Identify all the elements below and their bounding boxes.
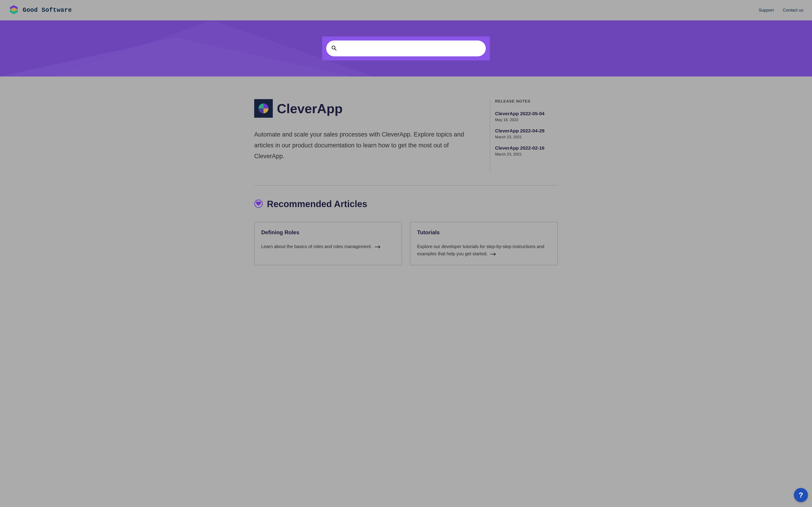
release-note-title: CleverApp 2022-05-04	[495, 111, 558, 116]
article-card[interactable]: Defining Roles Learn about the basics of…	[254, 222, 402, 265]
release-note-item[interactable]: CleverApp 2022-05-04 May 18, 2022	[495, 111, 558, 122]
article-card[interactable]: Tutorials Explore our developer tutorial…	[410, 222, 558, 265]
main-column: CleverApp Automate and scale your sales …	[254, 99, 481, 172]
release-note-date: May 18, 2022	[495, 118, 558, 122]
recommended-section: Recommended Articles Defining Roles Lear…	[254, 199, 558, 265]
arrow-right-icon	[490, 250, 496, 258]
release-note-date: March 23, 2021	[495, 135, 558, 139]
arrow-right-icon	[375, 243, 380, 250]
nav-link-contact[interactable]: Contact us	[783, 8, 803, 13]
release-notes-heading: RELEASE NOTES	[495, 99, 558, 104]
recommended-cards: Defining Roles Learn about the basics of…	[254, 222, 558, 265]
search-icon	[331, 45, 337, 52]
release-note-title: CleverApp 2022-02-16	[495, 145, 558, 151]
search-wrapper	[322, 37, 490, 60]
help-icon: ?	[799, 491, 803, 499]
product-title: CleverApp	[277, 101, 343, 116]
product-icon	[254, 99, 273, 118]
heart-icon	[254, 200, 263, 209]
brand-logo-icon	[9, 5, 19, 16]
hero	[0, 20, 812, 76]
search-box[interactable]	[326, 41, 486, 56]
recommended-header: Recommended Articles	[254, 199, 558, 209]
brand-name: Good Software	[23, 7, 72, 13]
header: Good Software Support Contact us	[0, 0, 812, 20]
divider	[254, 185, 558, 185]
content-row: CleverApp Automate and scale your sales …	[254, 76, 558, 172]
article-card-text: Learn about the basics of roles and role…	[261, 244, 372, 249]
brand[interactable]: Good Software	[9, 5, 72, 16]
article-card-title: Defining Roles	[261, 229, 395, 236]
release-notes-aside: RELEASE NOTES CleverApp 2022-05-04 May 1…	[490, 99, 558, 172]
svg-line-6	[335, 49, 337, 51]
release-note-item[interactable]: CleverApp 2022-04-29 March 23, 2021	[495, 128, 558, 139]
release-note-title: CleverApp 2022-04-29	[495, 128, 558, 133]
article-card-title: Tutorials	[417, 229, 551, 236]
help-button[interactable]: ?	[794, 488, 808, 502]
release-note-date: March 23, 2021	[495, 152, 558, 157]
product-header: CleverApp	[254, 99, 481, 118]
release-note-item[interactable]: CleverApp 2022-02-16 March 23, 2021	[495, 145, 558, 157]
header-links: Support Contact us	[759, 8, 803, 13]
recommended-heading: Recommended Articles	[267, 199, 367, 209]
product-description: Automate and scale your sales processes …	[254, 129, 478, 162]
search-input[interactable]	[339, 46, 481, 51]
article-card-text: Explore our developer tutorials for step…	[417, 244, 544, 256]
article-card-body: Learn about the basics of roles and role…	[261, 243, 395, 250]
svg-marker-3	[0, 38, 352, 76]
article-card-body: Explore our developer tutorials for step…	[417, 243, 551, 258]
nav-link-support[interactable]: Support	[759, 8, 774, 13]
